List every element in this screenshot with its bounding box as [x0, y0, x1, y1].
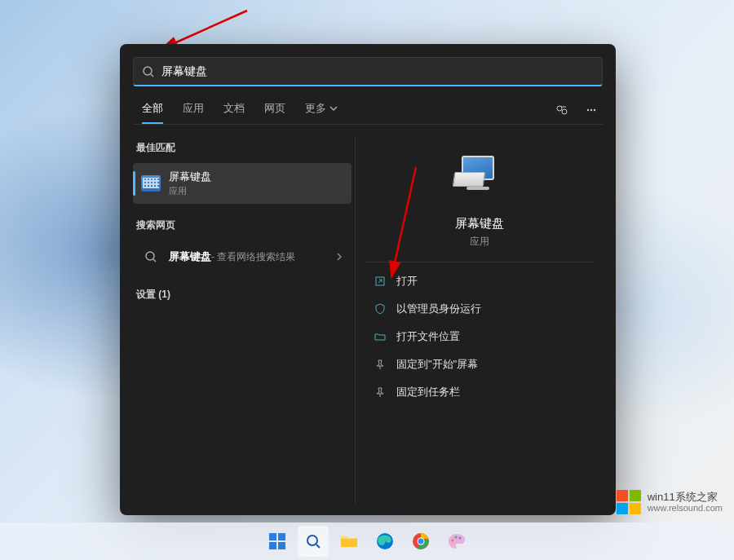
preview-divider	[365, 262, 593, 262]
chevron-right-icon	[335, 251, 343, 263]
search-icon	[305, 533, 321, 549]
preview-app-icon	[453, 156, 506, 208]
watermark-line1: win11系统之家	[648, 491, 723, 504]
preview-subtitle: 应用	[470, 235, 489, 249]
taskbar-chrome-button[interactable]	[405, 526, 436, 557]
search-web-header: 搜索网页	[133, 214, 352, 237]
pin-icon	[374, 358, 387, 371]
shield-icon	[374, 302, 387, 315]
action-pin-to-start[interactable]: 固定到"开始"屏幕	[365, 351, 593, 378]
taskbar	[0, 523, 734, 560]
watermark: win11系统之家 www.relsound.com	[617, 490, 723, 514]
best-match-result[interactable]: 屏幕键盘 应用	[133, 163, 352, 204]
action-label: 打开文件位置	[396, 329, 460, 344]
result-subtitle: 应用	[169, 185, 343, 197]
action-label: 固定到任务栏	[396, 385, 460, 399]
svg-point-7	[590, 109, 592, 111]
svg-point-17	[307, 536, 317, 545]
taskbar-paint-button[interactable]	[441, 526, 472, 557]
svg-point-8	[594, 109, 595, 111]
action-label: 打开	[396, 274, 418, 289]
action-run-as-admin[interactable]: 以管理员身份运行	[365, 295, 593, 323]
tab-web[interactable]: 网页	[255, 96, 294, 124]
action-pin-to-taskbar[interactable]: 固定到任务栏	[365, 378, 593, 406]
search-input[interactable]	[161, 65, 594, 78]
svg-point-23	[418, 539, 424, 545]
best-match-header: 最佳匹配	[133, 136, 352, 160]
start-button[interactable]	[262, 526, 293, 557]
svg-point-25	[455, 536, 458, 539]
preview-pane: 屏幕键盘 应用 打开 以管理员身份运行 打开文件位置 固定到"开始	[355, 136, 603, 504]
tab-apps[interactable]: 应用	[174, 96, 213, 124]
svg-point-26	[459, 537, 462, 540]
search-icon	[141, 247, 161, 267]
action-label: 固定到"开始"屏幕	[396, 357, 478, 372]
open-icon	[374, 275, 387, 288]
svg-point-6	[587, 109, 589, 111]
tab-all[interactable]: 全部	[133, 96, 172, 124]
windows-logo-icon	[268, 532, 286, 550]
svg-rect-19	[341, 539, 357, 547]
ellipsis-icon	[586, 104, 597, 116]
chevron-down-icon	[329, 104, 338, 112]
svg-rect-16	[278, 542, 285, 549]
chrome-icon	[412, 532, 430, 550]
taskbar-explorer-button[interactable]	[334, 526, 365, 557]
action-label: 以管理员身份运行	[396, 302, 481, 316]
svg-line-10	[153, 259, 156, 262]
action-open[interactable]: 打开	[365, 267, 593, 295]
svg-rect-13	[269, 533, 276, 540]
watermark-logo-icon	[617, 490, 641, 514]
svg-point-1	[144, 67, 152, 75]
svg-point-24	[452, 540, 454, 542]
palette-icon	[448, 532, 466, 550]
svg-point-9	[146, 252, 154, 260]
filter-tabs: 全部 应用 文档 网页 更多	[120, 86, 616, 124]
web-result-suffix: - 查看网络搜索结果	[211, 250, 295, 264]
taskbar-edge-button[interactable]	[369, 526, 400, 557]
file-explorer-icon	[340, 534, 358, 549]
tab-documents[interactable]: 文档	[214, 96, 254, 124]
folder-icon	[374, 330, 387, 343]
web-result-title: 屏幕键盘	[169, 249, 211, 264]
search-icon	[142, 65, 155, 78]
action-list: 打开 以管理员身份运行 打开文件位置 固定到"开始"屏幕 固定到任务栏	[365, 267, 593, 406]
web-search-result[interactable]: 屏幕键盘 - 查看网络搜索结果	[133, 240, 352, 273]
account-icon-button[interactable]	[550, 99, 573, 121]
search-bar[interactable]	[133, 57, 603, 86]
svg-rect-14	[278, 533, 285, 540]
action-open-file-location[interactable]: 打开文件位置	[365, 323, 593, 351]
pin-icon	[374, 386, 387, 399]
windows-search-panel: 全部 应用 文档 网页 更多 最佳匹配 屏幕键盘 应用	[120, 44, 616, 515]
edge-icon	[376, 532, 394, 550]
results-column: 最佳匹配 屏幕键盘 应用 搜索网页 屏幕键盘 - 查看网络搜索结果	[120, 125, 355, 515]
tab-more[interactable]: 更多	[296, 96, 347, 124]
account-icon	[555, 103, 569, 117]
more-options-button[interactable]	[580, 99, 603, 121]
preview-title: 屏幕键盘	[455, 216, 504, 231]
watermark-line2: www.relsound.com	[648, 503, 723, 514]
svg-rect-15	[269, 542, 276, 549]
taskbar-search-button[interactable]	[298, 526, 329, 557]
svg-line-18	[316, 545, 320, 548]
svg-line-2	[151, 74, 153, 77]
settings-header[interactable]: 设置 (1)	[133, 283, 352, 306]
onscreen-keyboard-icon	[141, 175, 161, 192]
result-title: 屏幕键盘	[169, 170, 343, 184]
svg-point-4	[562, 109, 567, 114]
